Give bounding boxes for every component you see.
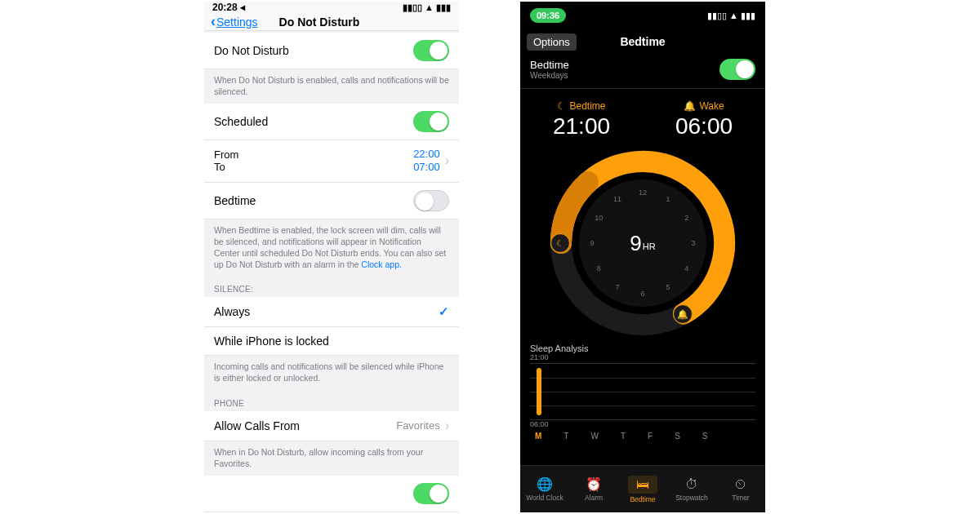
wake-handle[interactable]: 🔔 [673, 304, 693, 324]
bedtime-footer: When Bedtime is enabled, the lock screen… [204, 219, 459, 277]
bed-icon: 🛏 [628, 476, 657, 494]
from-label: From [214, 148, 238, 161]
day-label: W [590, 432, 598, 441]
silence-always-row[interactable]: Always ✓ [204, 297, 459, 327]
settings-dnd-screen: 20:28 ◂ ▮▮▯▯ ▲ ▮▮▮ ‹ Settings Do Not Dis… [204, 2, 459, 512]
moon-icon: ☾ [557, 100, 566, 112]
to-label: To [214, 161, 238, 173]
globe-icon: 🌐 [537, 476, 553, 492]
analysis-days: MTWTFSS [530, 428, 755, 441]
day-label: S [702, 432, 708, 441]
tab-world-clock[interactable]: 🌐World Clock [520, 466, 569, 512]
status-time: 20:28 ◂ [212, 2, 245, 13]
tab-timer[interactable]: ⏲Timer [716, 466, 765, 512]
partial-toggle[interactable] [413, 483, 449, 504]
analysis-top-label: 21:00 [530, 353, 755, 361]
bedtime-toggle[interactable] [719, 59, 755, 80]
page-title: Do Not Disturb [279, 16, 360, 29]
phone-header: PHONE [204, 391, 459, 411]
scheduled-row[interactable]: Scheduled [204, 104, 459, 140]
status-bar: 09:36 ▮▮▯▯ ▲ ▮▮▮ [520, 2, 765, 29]
bedtime-sub: Weekdays [530, 71, 569, 80]
to-value: 07:00 [413, 161, 440, 174]
signal-icon: ▮▮▯▯ [707, 11, 727, 21]
bedtime-label: Bedtime [214, 194, 256, 207]
wifi-icon: ▲ [729, 11, 738, 20]
signal-icon: ▮▮▯▯ [403, 2, 422, 13]
dnd-footer: When Do Not Disturb is enabled, calls an… [204, 69, 459, 104]
wake-small-label: Wake [699, 100, 724, 112]
alarm-icon: ⏰ [586, 476, 602, 492]
bell-icon: 🔔 [684, 100, 696, 112]
partial-next-row[interactable] [204, 476, 459, 512]
time-readouts: ☾Bedtime 21:00 🔔Wake 06:00 [520, 89, 765, 144]
silence-footer: Incoming calls and notifications will be… [204, 356, 459, 390]
wifi-icon: ▲ [425, 2, 434, 12]
status-time-pill: 09:36 [530, 8, 566, 23]
allow-calls-row[interactable]: Allow Calls From Favorites › [204, 411, 459, 441]
silence-locked-row[interactable]: While iPhone is locked [204, 327, 459, 356]
checkmark-icon: ✓ [439, 304, 449, 319]
nav-bar: ‹ Settings Do Not Disturb [204, 13, 459, 31]
bedtime-value: 21:00 [553, 113, 610, 140]
clock-app-link[interactable]: Clock app. [361, 259, 402, 269]
sleep-dial[interactable]: 121234567891011 9HR ☾ 🔔 [549, 149, 737, 337]
status-icons: ▮▮▯▯ ▲ ▮▮▮ [707, 11, 755, 21]
silence-locked-label: While iPhone is locked [214, 335, 329, 348]
from-value: 22:00 [413, 148, 440, 161]
bedtime-small-label: Bedtime [569, 100, 605, 112]
scheduled-toggle[interactable] [413, 111, 449, 132]
allow-calls-label: Allow Calls From [214, 419, 300, 432]
stopwatch-icon: ⏱ [685, 477, 698, 492]
allow-calls-value: Favorites [396, 419, 439, 432]
back-button[interactable]: ‹ Settings [211, 13, 258, 30]
analysis-chart [530, 363, 755, 420]
silence-header: SILENCE: [204, 277, 459, 297]
tab-alarm[interactable]: ⏰Alarm [569, 466, 618, 512]
bedtime-title: Bedtime [530, 59, 569, 71]
back-label: Settings [216, 16, 258, 29]
sleep-analysis: Sleep Analysis 21:00 06:00 MTWTFSS [520, 340, 765, 441]
allow-calls-footer: When in Do Not Disturb, allow incoming c… [204, 441, 459, 476]
battery-icon: ▮▮▮ [741, 11, 755, 21]
options-button[interactable]: Options [527, 33, 577, 51]
analysis-title: Sleep Analysis [530, 343, 755, 353]
analysis-bot-label: 06:00 [530, 420, 755, 428]
dnd-row[interactable]: Do Not Disturb [204, 33, 459, 69]
day-label: S [675, 432, 680, 441]
chevron-right-icon: › [440, 153, 449, 168]
status-bar: 20:28 ◂ ▮▮▯▯ ▲ ▮▮▮ [204, 2, 459, 13]
day-label: F [648, 432, 653, 441]
nav-bar: Options Bedtime [520, 29, 765, 54]
day-label: T [564, 432, 568, 441]
bedtime-toggle[interactable] [413, 190, 449, 211]
day-label: T [621, 432, 626, 441]
bar-monday [537, 368, 541, 415]
bedtime-master-row[interactable]: Bedtime Weekdays [520, 54, 765, 89]
dial-hours: 9HR [549, 149, 737, 337]
chevron-right-icon: › [440, 419, 449, 433]
chevron-left-icon: ‹ [211, 13, 216, 30]
silence-always-label: Always [214, 305, 250, 318]
timer-icon: ⏲ [734, 477, 747, 492]
tab-bar: 🌐World Clock ⏰Alarm 🛏Bedtime ⏱Stopwatch … [520, 465, 765, 512]
bedtime-row[interactable]: Bedtime [204, 183, 459, 219]
status-icons: ▮▮▯▯ ▲ ▮▮▮ [403, 2, 451, 13]
tab-bedtime[interactable]: 🛏Bedtime [618, 466, 667, 512]
dnd-toggle[interactable] [413, 40, 449, 61]
wake-value: 06:00 [675, 113, 733, 140]
scheduled-label: Scheduled [214, 115, 268, 128]
clock-bedtime-screen: 09:36 ▮▮▯▯ ▲ ▮▮▮ Options Bedtime Bedtime… [520, 2, 765, 512]
moon-icon: ☾ [556, 238, 564, 249]
day-label: M [535, 432, 541, 441]
battery-icon: ▮▮▮ [436, 2, 451, 13]
schedule-time-row[interactable]: From To 22:00 07:00 › [204, 140, 459, 183]
tab-stopwatch[interactable]: ⏱Stopwatch [667, 466, 716, 512]
bell-icon: 🔔 [677, 309, 688, 320]
dnd-label: Do Not Disturb [214, 44, 289, 57]
bedtime-handle[interactable]: ☾ [550, 233, 570, 253]
